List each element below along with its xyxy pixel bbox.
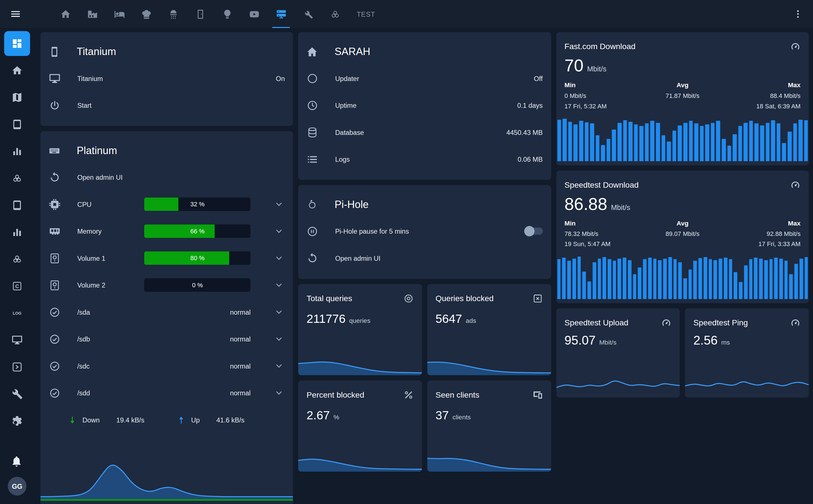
speedtest-ping-card[interactable]: Speedtest Ping 2.56 ms bbox=[685, 308, 809, 398]
sidebar-item-tablet-6[interactable] bbox=[4, 193, 30, 218]
meter-row-cpu[interactable]: CPU 32 % bbox=[49, 191, 285, 218]
sidebar-item-logtext-10[interactable]: LOG bbox=[4, 301, 30, 325]
disk-row-sda[interactable]: /sda normal bbox=[49, 299, 285, 326]
svg-text:C: C bbox=[15, 283, 19, 289]
letterc-icon: C bbox=[11, 281, 23, 292]
tablet-icon bbox=[11, 200, 23, 211]
monitor-icon bbox=[49, 72, 61, 84]
tab-factory-1[interactable] bbox=[79, 0, 106, 28]
tab-shower-4[interactable] bbox=[160, 0, 187, 28]
sidebar-item-gear-14[interactable] bbox=[4, 408, 30, 433]
meter-row-volume1[interactable]: Volume 1 80 % bbox=[49, 245, 285, 272]
chevron-down-icon[interactable] bbox=[273, 198, 285, 210]
speed-card-title: Speedtest Download bbox=[565, 180, 639, 189]
menu-button[interactable] bbox=[8, 7, 23, 21]
sidebar-item-tablet-3[interactable] bbox=[4, 112, 30, 137]
queries-blocked-sparkline bbox=[427, 351, 551, 375]
bed-icon bbox=[114, 8, 125, 19]
chevron-down-icon[interactable] bbox=[273, 252, 285, 264]
biohazard-icon bbox=[11, 173, 23, 184]
map-icon bbox=[11, 92, 23, 103]
close-box-icon bbox=[533, 293, 543, 304]
chevron-down-icon[interactable] bbox=[273, 360, 285, 372]
sidebar-bottom: GG bbox=[8, 455, 27, 496]
seen-clients-card[interactable]: Seen clients 37 clients bbox=[427, 380, 551, 472]
tab-door-5[interactable] bbox=[187, 0, 214, 28]
column-1: Titanium Titanium On Start Platinum bbox=[40, 32, 293, 504]
sidebar-item-monitor-11[interactable] bbox=[4, 328, 30, 352]
tab-home-0[interactable] bbox=[52, 0, 79, 28]
entity-row-logs[interactable]: Logs 0.06 MB bbox=[306, 146, 543, 173]
home-icon bbox=[11, 65, 23, 76]
sidebar-item-chart-4[interactable] bbox=[4, 139, 30, 164]
sidebar-item-biohazard-8[interactable] bbox=[4, 247, 30, 271]
avatar-initials: GG bbox=[12, 482, 22, 490]
total-queries-card[interactable]: Total queries 211776 queries bbox=[298, 284, 422, 375]
speed-card-title: Speedtest Upload bbox=[565, 318, 628, 328]
tab-bulb-6[interactable] bbox=[214, 0, 241, 28]
meter-row-volume2[interactable]: Volume 2 0 % bbox=[49, 271, 285, 299]
restart-icon bbox=[306, 252, 318, 264]
sidebar-item-wrench-13[interactable] bbox=[4, 382, 30, 406]
sidebar-item-biohazard-5[interactable] bbox=[4, 166, 30, 191]
sidebar-item-dashboard-0[interactable] bbox=[4, 31, 30, 56]
chevron-down-icon[interactable] bbox=[273, 333, 285, 345]
pihole-pause-row[interactable]: Pi-Hole pause for 5 mins bbox=[306, 218, 543, 245]
sidebar-item-map-2[interactable] bbox=[4, 85, 30, 110]
meter-row-memory[interactable]: Memory 66 % bbox=[49, 218, 285, 245]
dashboard-app: TEST CLOG GG Titanium bbox=[0, 0, 813, 504]
ping-sparkline bbox=[685, 372, 809, 395]
entity-row-updater[interactable]: Updater Off bbox=[306, 65, 543, 92]
queries-blocked-card[interactable]: Queries blocked 5647 ads bbox=[427, 284, 551, 375]
percent-blocked-card[interactable]: Percent blocked 2.67 % bbox=[298, 380, 422, 472]
fastcom-download-card[interactable]: Fast.com Download 70 Mbit/s Min 0 Mbit/s… bbox=[556, 32, 809, 165]
entity-state: Off bbox=[534, 74, 543, 82]
sidebar-item-home-1[interactable] bbox=[4, 58, 30, 83]
chevron-down-icon[interactable] bbox=[273, 279, 285, 291]
chevron-down-icon[interactable] bbox=[273, 387, 285, 398]
speedtest-upload-card[interactable]: Speedtest Upload 95.07 Mbit/s bbox=[556, 308, 680, 398]
tab-biohazard-10[interactable] bbox=[321, 0, 348, 28]
sidebar-item-terminal-12[interactable] bbox=[4, 354, 30, 379]
tab-chef-3[interactable] bbox=[133, 0, 160, 28]
pihole-admin-row[interactable]: Open admin UI bbox=[306, 245, 543, 272]
user-avatar[interactable]: GG bbox=[8, 477, 27, 496]
volume1-progress-bar: 80 % bbox=[144, 251, 251, 265]
speed-unit: Mbit/s bbox=[599, 339, 617, 346]
disk-row-sdb[interactable]: /sdb normal bbox=[49, 325, 285, 352]
up-label: Up bbox=[191, 416, 200, 424]
entity-label: Open admin UI bbox=[335, 254, 380, 262]
entity-label: Logs bbox=[335, 155, 350, 163]
speedtest-download-card[interactable]: Speedtest Download 86.88 Mbit/s Min 78.3… bbox=[556, 170, 809, 303]
entity-label: Pi-Hole pause for 5 mins bbox=[335, 227, 409, 235]
disk-row-sdd[interactable]: /sdd normal bbox=[49, 379, 285, 406]
tab-server-8[interactable] bbox=[268, 0, 295, 28]
tab-youtube-7[interactable] bbox=[240, 0, 268, 28]
tab-test[interactable]: TEST bbox=[348, 0, 383, 28]
entity-row-titanium[interactable]: Titanium On bbox=[49, 65, 285, 92]
overflow-menu-button[interactable] bbox=[791, 7, 805, 21]
chevron-down-icon[interactable] bbox=[273, 306, 285, 318]
disk-row-sdc[interactable]: /sdc normal bbox=[49, 352, 285, 380]
tab-tools-9[interactable] bbox=[294, 0, 321, 28]
pihole-card-header: Pi-Hole bbox=[306, 187, 543, 218]
gauge-icon bbox=[790, 318, 801, 328]
ent ity-row-start[interactable]: Start bbox=[49, 92, 285, 119]
pihole-pause-toggle[interactable] bbox=[525, 227, 543, 235]
entity-row-uptime[interactable]: Uptime 0.1 days bbox=[306, 92, 543, 119]
speed-value: 70 bbox=[565, 56, 584, 76]
check-circle-icon bbox=[49, 387, 61, 399]
restart-icon bbox=[49, 171, 61, 183]
list-icon bbox=[306, 153, 318, 165]
notifications-button[interactable] bbox=[10, 455, 24, 469]
tab-bed-2[interactable] bbox=[106, 0, 133, 28]
open-admin-ui-row[interactable]: Open admin UI bbox=[49, 164, 285, 191]
sidebar: CLOG GG bbox=[0, 28, 34, 504]
home-assistant-icon bbox=[306, 46, 318, 57]
check-circle-icon bbox=[49, 306, 61, 318]
cpu-progress-bar: 32 % bbox=[144, 198, 251, 211]
sidebar-item-chart-7[interactable] bbox=[4, 220, 30, 245]
entity-row-database[interactable]: Database 4450.43 MB bbox=[306, 119, 543, 146]
chevron-down-icon[interactable] bbox=[273, 225, 285, 237]
sidebar-item-letterc-9[interactable]: C bbox=[4, 274, 30, 299]
